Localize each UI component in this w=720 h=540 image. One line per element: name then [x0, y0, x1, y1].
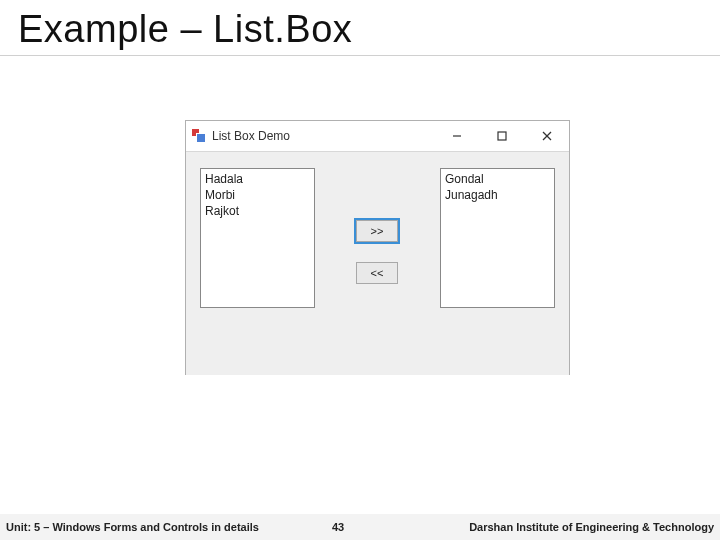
footer-page: 43	[332, 521, 344, 533]
list-item[interactable]: Gondal	[445, 171, 550, 187]
client-area: Hadala Morbi Rajkot >> << Gondal Junagad…	[186, 152, 569, 375]
slide-title: Example – List.Box	[0, 0, 720, 56]
move-left-button[interactable]: <<	[356, 262, 398, 284]
list-item[interactable]: Hadala	[205, 171, 310, 187]
titlebar: List Box Demo	[186, 121, 569, 152]
footer-unit: Unit: 5 – Windows Forms and Controls in …	[0, 521, 259, 533]
svg-rect-1	[498, 132, 506, 140]
move-right-button[interactable]: >>	[356, 220, 398, 242]
list-item[interactable]: Junagadh	[445, 187, 550, 203]
close-button[interactable]	[524, 121, 569, 151]
maximize-button[interactable]	[479, 121, 524, 151]
list-item[interactable]: Rajkot	[205, 203, 310, 219]
target-listbox[interactable]: Gondal Junagadh	[440, 168, 555, 308]
list-item[interactable]: Morbi	[205, 187, 310, 203]
footer-org: Darshan Institute of Engineering & Techn…	[469, 521, 714, 533]
app-icon	[192, 129, 206, 143]
minimize-button[interactable]	[434, 121, 479, 151]
slide-footer: Unit: 5 – Windows Forms and Controls in …	[0, 514, 720, 540]
window-title: List Box Demo	[212, 129, 290, 143]
demo-window: List Box Demo Hadala Morbi Rajkot >> << …	[185, 120, 570, 375]
source-listbox[interactable]: Hadala Morbi Rajkot	[200, 168, 315, 308]
